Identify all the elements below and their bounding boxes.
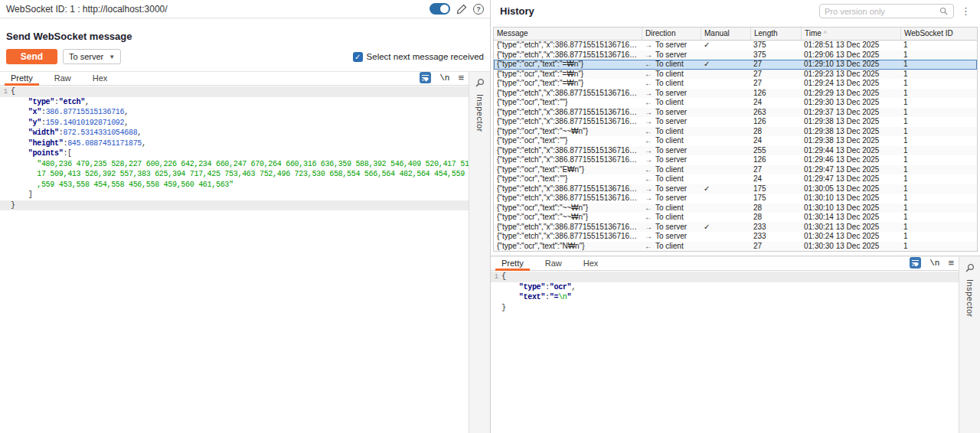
time-cell: 01:29:38 13 Dec 2025 [801, 127, 900, 137]
line-number [491, 282, 501, 293]
code-line: 1{ [491, 272, 959, 282]
arrow-right-icon: → [645, 117, 652, 125]
history-row[interactable]: {"type":"ocr","text":"=₩n"}←To client270… [494, 70, 977, 80]
arrow-left-icon: ← [645, 70, 652, 78]
history-row[interactable]: {"type":"ocr","text":""}←To client2401:2… [494, 98, 977, 108]
tab-pretty[interactable]: Pretty [0, 72, 44, 85]
history-search-input[interactable] [825, 7, 936, 16]
word-wrap-icon-received[interactable] [910, 257, 921, 269]
websocket-client-app: WebSocket ID: 1 : http://localhost:3000/… [0, 0, 980, 433]
time-cell: 01:29:47 13 Dec 2025 [801, 174, 900, 184]
message-cell: {"type":"etch","x":386.87715515136716,"y… [494, 108, 642, 118]
history-row[interactable]: {"type":"ocr","text":"N₩n"}←To client270… [494, 242, 977, 252]
edit-icon[interactable] [456, 4, 467, 15]
tab-raw-received[interactable]: Raw [534, 257, 573, 270]
message-cell: {"type":"etch","x":386.87715515136716,"y… [494, 194, 642, 203]
newline-icon-received[interactable]: \n [929, 259, 939, 268]
websocket-id-cell: 1 [900, 127, 977, 137]
inspector-tab-left[interactable]: Inspector [469, 72, 490, 433]
code-line: "x":386.87715515136716, [0, 107, 469, 118]
history-row[interactable]: {"type":"etch","x":386.87715515136716,"y… [494, 155, 977, 165]
help-icon[interactable]: ? [473, 4, 484, 15]
received-message-editor[interactable]: 1{ "type":"ocr", "text":"=\n"} [491, 271, 959, 433]
column-header[interactable]: Length [750, 28, 801, 40]
search-icon[interactable] [939, 7, 949, 16]
history-row[interactable]: {"type":"etch","x":386.87715515136716,"y… [494, 184, 977, 194]
direction-cell: ←To client [642, 165, 701, 175]
history-table-header[interactable]: MessageDirectionManualLengthTime^WebSock… [494, 28, 977, 41]
length-cell: 27 [750, 165, 801, 175]
newline-icon[interactable]: \n [439, 73, 449, 83]
line-number [0, 118, 11, 129]
inspector-tab-right[interactable]: Inspector [959, 257, 980, 433]
column-header[interactable]: Direction [642, 28, 701, 40]
history-row[interactable]: {"type":"etch","x":386.87715515136716,"y… [494, 108, 977, 118]
history-row[interactable]: {"type":"ocr","text":"=₩n"}←To client✓27… [494, 60, 977, 70]
direction-cell: ←To client [642, 136, 701, 146]
history-row[interactable]: {"type":"ocr","text":""}←To client2401:2… [494, 174, 977, 184]
inspector-icon-right [965, 263, 975, 273]
length-cell: 263 [750, 108, 801, 118]
line-number [0, 107, 11, 118]
overflow-menu-icon[interactable]: ⋮ [958, 5, 974, 17]
history-row[interactable]: {"type":"ocr","text":""}←To client2401:2… [494, 136, 977, 146]
history-header: History ⋮ [491, 0, 980, 22]
history-search-box [819, 4, 954, 18]
code-line: "480,236 479,235 528,227 600,226 642,234… [0, 159, 469, 170]
tab-hex-received[interactable]: Hex [573, 257, 609, 270]
history-row[interactable]: {"type":"etch","x":386.87715515136716,"y… [494, 117, 977, 127]
history-row[interactable]: {"type":"etch","x":386.87715515136716,"y… [494, 232, 977, 242]
message-cell: {"type":"ocr","text":"~~₩n"} [494, 203, 642, 213]
column-header[interactable]: WebSocket ID [900, 28, 977, 40]
column-header[interactable]: Manual [701, 28, 750, 40]
direction-cell: ←To client [642, 127, 701, 137]
length-cell: 233 [750, 223, 801, 233]
history-row[interactable]: {"type":"etch","x":386.87715515136716,"y… [494, 89, 977, 99]
menu-icon[interactable]: ≡ [458, 74, 464, 82]
column-header[interactable]: Time^ [801, 28, 900, 40]
length-cell: 27 [750, 79, 801, 89]
direction-cell: →To server [642, 155, 701, 165]
arrow-left-icon: ← [645, 242, 652, 250]
manual-cell [701, 70, 750, 80]
history-row[interactable]: {"type":"etch","x":386.87715515136716,"y… [494, 41, 977, 50]
arrow-right-icon: → [645, 223, 652, 231]
line-number [0, 128, 11, 138]
menu-icon-received[interactable]: ≡ [948, 259, 954, 267]
target-select[interactable]: To server ▼ [63, 49, 121, 64]
history-row[interactable]: {"type":"etch","x":386.87715515136716,"y… [494, 146, 977, 156]
word-wrap-icon[interactable] [420, 72, 431, 83]
connection-toggle[interactable] [430, 3, 450, 15]
tab-hex[interactable]: Hex [82, 72, 119, 85]
message-cell: {"type":"ocr","text":"=₩n"} [494, 70, 642, 80]
manual-cell [701, 50, 750, 60]
send-message-editor[interactable]: 1{ "type":"etch", "x":386.87715515136716… [0, 86, 469, 433]
history-row[interactable]: {"type":"etch","x":386.87715515136716,"y… [494, 50, 977, 60]
length-cell: 24 [750, 98, 801, 108]
arrow-left-icon: ← [645, 213, 652, 221]
history-row[interactable]: {"type":"ocr","text":"~~₩n"}←To client28… [494, 203, 977, 213]
history-row[interactable]: {"type":"ocr","text":"=₩n"}←To client270… [494, 79, 977, 89]
select-next-message-checkbox[interactable]: ✓ [353, 52, 363, 62]
direction-cell: ←To client [642, 98, 701, 108]
column-header[interactable]: Message [494, 28, 642, 40]
arrow-left-icon: ← [645, 136, 652, 145]
message-cell: {"type":"ocr","text":""} [494, 136, 642, 146]
history-row[interactable]: {"type":"etch","x":386.87715515136716,"y… [494, 223, 977, 233]
history-row[interactable]: {"type":"ocr","text":"~~₩n"}←To client28… [494, 127, 977, 137]
message-cell: {"type":"ocr","text":"~~₩n"} [494, 127, 642, 137]
arrow-right-icon: → [645, 232, 652, 240]
manual-cell [701, 146, 750, 156]
history-row[interactable]: {"type":"ocr","text":"E₩n"}←To client270… [494, 165, 977, 175]
websocket-id-cell: 1 [900, 108, 977, 118]
tab-raw[interactable]: Raw [44, 72, 82, 85]
message-cell: {"type":"ocr","text":""} [494, 174, 642, 184]
connection-bar: WebSocket ID: 1 : http://localhost:3000/… [0, 0, 490, 18]
history-row[interactable]: {"type":"ocr","text":"~~₩n"}←To client28… [494, 213, 977, 223]
send-button[interactable]: Send [6, 49, 57, 64]
time-cell: 01:30:30 13 Dec 2025 [801, 242, 900, 252]
tab-pretty-received[interactable]: Pretty [491, 257, 534, 270]
line-number: 1 [491, 272, 501, 282]
history-row[interactable]: {"type":"etch","x":386.87715515136716,"y… [494, 194, 977, 203]
arrow-left-icon: ← [645, 203, 652, 212]
